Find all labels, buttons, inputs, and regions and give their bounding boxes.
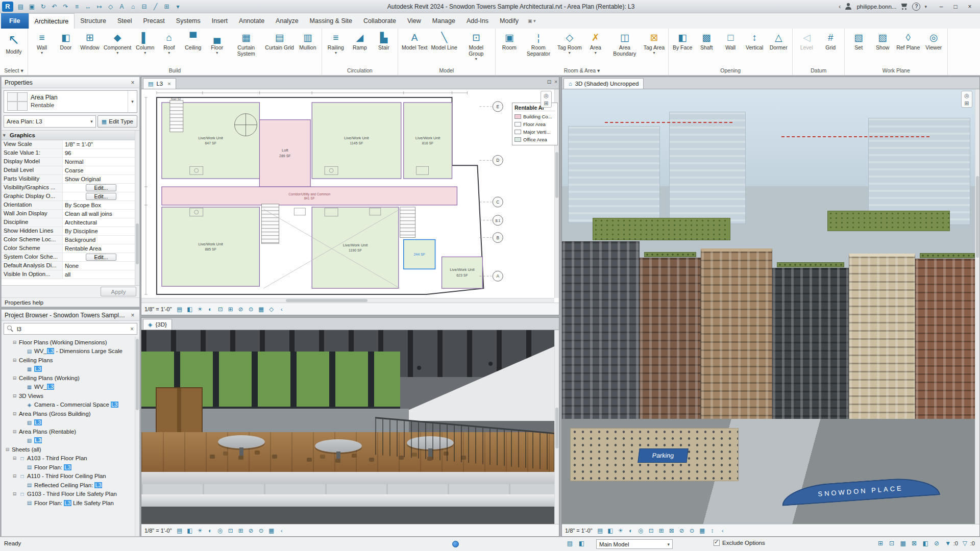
browser-item-area-plans-rentable[interactable]: ⊟Area Plans (Rentable) bbox=[2, 427, 139, 436]
sun-path-icon[interactable]: ☀ bbox=[196, 306, 204, 313]
property-value[interactable]: Edit... bbox=[63, 184, 139, 192]
interior-vertical-scrollbar[interactable] bbox=[554, 330, 559, 524]
ribbon-tab-file[interactable]: File bbox=[1, 13, 29, 29]
panel-label-work-plane[interactable]: Work Plane bbox=[846, 66, 946, 75]
edit-type-button[interactable]: ▦ Edit Type bbox=[97, 115, 137, 128]
collapse-node-icon[interactable]: ⊟ bbox=[12, 456, 17, 461]
property-value[interactable]: None bbox=[63, 262, 139, 270]
area-plan-drawing[interactable]: Loft289 SFCorridor/Utility and Common841… bbox=[141, 89, 559, 303]
browser-item-3d-views[interactable]: ⊟3D Views bbox=[2, 391, 139, 400]
collapse-node-icon[interactable]: ⊟ bbox=[12, 491, 17, 496]
customize-qat-icon[interactable]: ▾ bbox=[173, 2, 183, 12]
collapse-node-icon[interactable]: ⊟ bbox=[5, 447, 10, 452]
set-button[interactable]: ▧Set bbox=[847, 30, 870, 66]
scroll-left-icon[interactable]: ‹ bbox=[278, 528, 286, 534]
model-line-button[interactable]: ╲Model Line bbox=[430, 30, 459, 66]
collapse-node-icon[interactable]: ⊟ bbox=[12, 340, 17, 345]
clear-search-icon[interactable]: × bbox=[130, 325, 134, 333]
browser-item-l3[interactable]: ·▧L3 bbox=[2, 436, 139, 445]
ribbon-tab-manage[interactable]: Manage bbox=[427, 13, 461, 29]
system-color-sche-edit-button[interactable]: Edit... bbox=[86, 254, 117, 261]
browser-item-l3[interactable]: ·▧L3 bbox=[2, 418, 139, 428]
shadows-icon[interactable]: ◐ bbox=[627, 528, 635, 534]
thin-lines-icon[interactable]: ╱ bbox=[150, 2, 161, 12]
ribbon-tab-modify[interactable]: Modify bbox=[494, 13, 524, 29]
show-button[interactable]: ▨Show bbox=[871, 30, 894, 66]
crop-view-icon[interactable]: ⊡ bbox=[216, 306, 225, 313]
redo-icon[interactable]: ↷ bbox=[60, 2, 71, 12]
properties-title-bar[interactable]: Properties × bbox=[2, 77, 139, 88]
render-icon[interactable]: ◎ bbox=[216, 527, 225, 534]
curtain-system-button[interactable]: ▦Curtain System bbox=[229, 30, 263, 66]
wall-button[interactable]: □Wall bbox=[719, 30, 742, 66]
browser-search-box[interactable]: × bbox=[4, 323, 137, 335]
component-button[interactable]: ◆Component▾ bbox=[102, 30, 133, 66]
properties-scrollbar[interactable] bbox=[135, 131, 139, 285]
aligned-dimension-icon[interactable]: ↦ bbox=[94, 2, 105, 12]
browser-item-a103-third-floor-plan[interactable]: ⊟□A103 - Third Floor Plan bbox=[2, 454, 139, 463]
area-live-work-unit[interactable]: Live/Work Unit816 SF bbox=[404, 103, 452, 179]
section-icon[interactable]: ⊟ bbox=[139, 2, 150, 12]
visual-style-icon[interactable]: ◧ bbox=[186, 527, 194, 534]
grid-bubble-b[interactable]: B bbox=[479, 233, 503, 243]
graphic-display-o-edit-button[interactable]: Edit... bbox=[86, 193, 117, 200]
collapse-node-icon[interactable]: ⊟ bbox=[12, 429, 17, 434]
project-browser-close-icon[interactable]: × bbox=[129, 312, 136, 319]
ceiling-button[interactable]: ▀Ceiling bbox=[181, 30, 205, 66]
navigation-bar[interactable]: ◎ ⊞ bbox=[541, 91, 552, 108]
steering-wheel-icon[interactable]: ◎ bbox=[544, 92, 549, 98]
property-value[interactable]: all bbox=[63, 270, 139, 279]
area-244-sf[interactable]: 244 SF bbox=[404, 240, 435, 269]
panel-label-room-area[interactable]: Room & Area ▾ bbox=[497, 66, 667, 75]
measure-icon[interactable]: ↔ bbox=[83, 2, 93, 12]
property-value[interactable]: Architectural bbox=[63, 218, 139, 227]
area-loft[interactable]: Loft289 SF bbox=[259, 120, 310, 187]
unlocked-3d-view-icon[interactable]: ⊠ bbox=[668, 527, 676, 534]
collapse-node-icon[interactable]: ⊟ bbox=[12, 358, 17, 363]
ribbon-tab-massing-site[interactable]: Massing & Site bbox=[304, 13, 358, 29]
mullion-button[interactable]: ▥Mullion bbox=[296, 30, 320, 66]
visual-style-icon[interactable]: ◧ bbox=[606, 527, 615, 534]
ribbon-tab-insert[interactable]: Insert bbox=[206, 13, 233, 29]
curtain-grid-button[interactable]: ▤Curtain Grid bbox=[263, 30, 296, 66]
type-selector[interactable]: Area Plan Rentable ▾ bbox=[4, 90, 137, 113]
close-view-tab-icon[interactable]: × bbox=[167, 81, 170, 87]
select-links-icon[interactable]: ⊡ bbox=[888, 540, 896, 547]
railing-button[interactable]: ≡Railing▾ bbox=[324, 30, 348, 66]
shaft-button[interactable]: ▩Shaft bbox=[695, 30, 718, 66]
temporary-view-properties-icon[interactable]: ▦ bbox=[698, 527, 706, 534]
show-crop-region-icon[interactable]: ⊞ bbox=[237, 527, 245, 534]
roof-button[interactable]: ⌂Roof▾ bbox=[157, 30, 181, 66]
property-value[interactable]: 96 bbox=[63, 149, 139, 157]
filter-icon[interactable]: ▽ bbox=[961, 540, 969, 547]
grid-bubble-d[interactable]: D bbox=[479, 155, 503, 165]
design-options-combo[interactable]: Main Model ▾ bbox=[596, 539, 673, 549]
revit-logo[interactable]: R bbox=[2, 2, 13, 12]
close-view-icon[interactable]: × bbox=[554, 79, 557, 85]
ribbon-tab-analyze[interactable]: Analyze bbox=[270, 13, 304, 29]
temporary-hide-isolate-icon[interactable]: ⊘ bbox=[247, 527, 255, 534]
sun-path-icon[interactable]: ☀ bbox=[617, 527, 625, 534]
crop-view-icon[interactable]: ⊡ bbox=[227, 527, 235, 534]
property-value[interactable]: Edit... bbox=[63, 192, 139, 201]
panel-label-build[interactable]: Build bbox=[29, 66, 321, 75]
panel-label-select[interactable]: Select ▾ bbox=[1, 66, 27, 75]
collapse-account-icon[interactable]: ‹ bbox=[839, 3, 841, 10]
property-value[interactable]: Rentable Area bbox=[63, 244, 139, 253]
maximize-button[interactable]: □ bbox=[948, 1, 963, 12]
ribbon-tab-steel[interactable]: Steel bbox=[112, 13, 138, 29]
steering-wheel-icon[interactable]: ◎ bbox=[964, 92, 969, 98]
shadows-icon[interactable]: ◐ bbox=[206, 528, 214, 534]
panel-label-opening[interactable]: Opening bbox=[670, 66, 791, 75]
interior-scale[interactable]: 1/8" = 1'-0" bbox=[144, 528, 172, 534]
browser-item-reflected-ceiling-plan-l3[interactable]: ·▤Reflected Ceiling Plan: L3 bbox=[2, 481, 139, 490]
temporary-hide-isolate-icon[interactable]: ⊘ bbox=[237, 306, 245, 313]
store-cart-icon[interactable] bbox=[900, 4, 908, 10]
exclude-options-checkbox[interactable] bbox=[714, 540, 720, 546]
collapse-node-icon[interactable]: ⊟ bbox=[12, 473, 17, 479]
scroll-left-icon[interactable]: ‹ bbox=[719, 528, 727, 534]
browser-item-floor-plan-l3-life-safety-plan[interactable]: ·▤Floor Plan: L3 Life Safety Plan bbox=[2, 498, 139, 508]
signed-in-user[interactable]: philippe.bonn... bbox=[856, 4, 896, 10]
tab-l3-area-plan[interactable]: ▤ L3 × bbox=[143, 78, 176, 89]
browser-item-wv-l3-dimensions-large-scale[interactable]: ·▤WV_L3 - Dimensions Large Scale bbox=[2, 347, 139, 356]
